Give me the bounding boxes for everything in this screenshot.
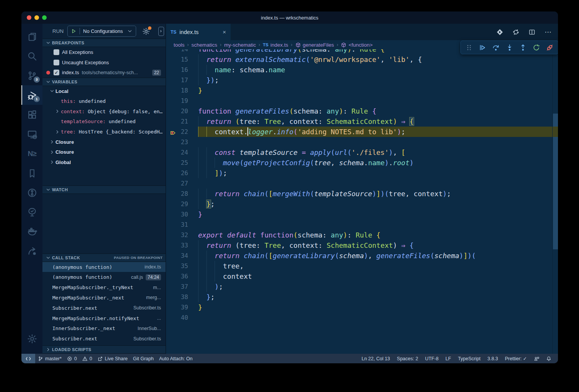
- open-changes-button[interactable]: [496, 29, 503, 36]
- code-line[interactable]: 17 });: [166, 75, 558, 85]
- source-control-activity-icon[interactable]: 3: [21, 66, 42, 85]
- code-line[interactable]: 34 return chain([generateLibrary(schema)…: [166, 250, 558, 261]
- breadcrumb-item[interactable]: <function>: [341, 42, 372, 48]
- more-button[interactable]: ⋯: [545, 28, 552, 36]
- loaded-scripts-header[interactable]: LOADED SCRIPTS: [42, 345, 166, 354]
- call-stack-header[interactable]: CALL STACK PAUSED ON BREAKPOINT: [42, 254, 166, 262]
- code-line[interactable]: 40: [166, 312, 558, 323]
- code-line[interactable]: 39}: [166, 302, 558, 312]
- editor-scrollbar[interactable]: [552, 49, 558, 354]
- breakpoints-header[interactable]: BREAKPOINTS: [42, 39, 166, 47]
- code-line[interactable]: 20function generateFiles(schema: any): R…: [166, 106, 558, 116]
- encoding-status-item[interactable]: UTF-8: [422, 354, 441, 363]
- error-count-status-item[interactable]: 0: [64, 354, 80, 363]
- breadcrumb-item[interactable]: schematics: [192, 42, 218, 48]
- code-line[interactable]: 19: [166, 96, 558, 106]
- breakpoint-checkbox[interactable]: [54, 60, 59, 65]
- bookmarks-activity-icon[interactable]: [21, 163, 42, 183]
- warning-count-status-item[interactable]: 0: [80, 354, 95, 363]
- close-window-button[interactable]: [27, 15, 31, 20]
- chevron-right-icon[interactable]: [49, 150, 55, 155]
- code-line[interactable]: 21 return (tree: Tree, context: Schemati…: [166, 116, 558, 127]
- close-tab-icon[interactable]: ×: [223, 29, 226, 35]
- git-graph-status-item[interactable]: Git Graph: [130, 354, 156, 363]
- toolbar-drag-handle[interactable]: [464, 42, 474, 53]
- variable-scope-row[interactable]: Closure: [42, 137, 166, 147]
- variable-row[interactable]: templateSource: undefined: [42, 117, 166, 127]
- prettier-status-item[interactable]: Prettier: ✓: [502, 354, 530, 363]
- restart-button[interactable]: [531, 42, 542, 53]
- code-line[interactable]: 28 return chain([mergeWith(templateSourc…: [166, 189, 558, 199]
- step-out-button[interactable]: [517, 42, 528, 53]
- project-share-activity-icon[interactable]: [21, 241, 42, 261]
- indentation-status-item[interactable]: Spaces: 2: [394, 354, 421, 363]
- call-stack-frame[interactable]: InnerSubscriber._nextInnerSub...: [42, 323, 166, 333]
- code-line[interactable]: 30}: [166, 209, 558, 220]
- manage-gear-button[interactable]: [21, 329, 42, 348]
- watch-header[interactable]: WATCH: [42, 185, 166, 194]
- docker-activity-icon[interactable]: [21, 222, 42, 241]
- breakpoint-row[interactable]: All Exceptions: [42, 47, 166, 57]
- feedback-status-item[interactable]: [531, 354, 542, 363]
- code-line[interactable]: 15 return externalSchematic('@nrwl/works…: [166, 54, 558, 65]
- call-stack-frame[interactable]: MergeMapSubscriber.notifyNext...: [42, 313, 166, 324]
- paused-breakpoint-icon[interactable]: [170, 129, 176, 135]
- code-line[interactable]: 24 const templateSource = apply(url('./f…: [166, 147, 558, 158]
- chevron-right-icon[interactable]: [54, 129, 61, 135]
- configure-gear-button[interactable]: [142, 28, 150, 35]
- breakpoint-row[interactable]: ✓index.tstools/schematics/my-sch...22: [42, 67, 166, 78]
- code-line[interactable]: 22 context.logger.info('adding NOTES.md …: [166, 127, 558, 137]
- code-line[interactable]: 16 name: schema.name: [166, 65, 558, 75]
- code-line[interactable]: 31: [166, 220, 558, 230]
- code-line[interactable]: 26 ]);: [166, 168, 558, 178]
- call-stack-frame[interactable]: (anonymous function)index.ts: [42, 262, 166, 272]
- eol-status-item[interactable]: LF: [443, 354, 454, 363]
- split-editor-button[interactable]: [529, 29, 535, 36]
- variable-scope-row[interactable]: Local: [42, 86, 166, 96]
- live-share-status-item[interactable]: Live Share: [95, 354, 130, 363]
- sync-changes-button[interactable]: [512, 29, 519, 36]
- chevron-right-icon[interactable]: [49, 159, 55, 165]
- code-editor[interactable]: 14function generateLibrary(schema: any):…: [166, 49, 558, 354]
- call-stack-frame[interactable]: Subscriber.nextSubscriber.ts: [42, 333, 166, 344]
- code-line[interactable]: 29 };: [166, 199, 558, 209]
- code-line[interactable]: 25 move(getProjectConfig(tree, schema.na…: [166, 158, 558, 168]
- breakpoint-row[interactable]: Uncaught Exceptions: [42, 57, 166, 68]
- code-line[interactable]: 36 context: [166, 271, 558, 281]
- chevron-down-icon[interactable]: [49, 88, 55, 94]
- continue-button[interactable]: [477, 42, 488, 53]
- gitlens-activity-icon[interactable]: [21, 183, 42, 202]
- call-stack-frame[interactable]: (anonymous function)call.js74:24: [42, 272, 166, 282]
- extensions-activity-icon[interactable]: [21, 105, 42, 124]
- code-line[interactable]: 37 );: [166, 281, 558, 292]
- language-mode-status-item[interactable]: TypeScript: [455, 354, 483, 363]
- disconnect-button[interactable]: [545, 42, 555, 53]
- variables-header[interactable]: VARIABLES: [42, 78, 166, 86]
- git-branch-status-item[interactable]: master*: [35, 354, 64, 363]
- zoom-window-button[interactable]: [42, 15, 47, 20]
- search-activity-icon[interactable]: [21, 46, 42, 66]
- chevron-right-icon[interactable]: [54, 109, 61, 114]
- breakpoint-checkbox[interactable]: [54, 49, 59, 55]
- debug-activity-icon[interactable]: 1: [21, 85, 42, 105]
- breadcrumb-item[interactable]: tools: [174, 42, 185, 48]
- variable-scope-row[interactable]: Closure: [42, 147, 166, 157]
- code-line[interactable]: 38 };: [166, 292, 558, 302]
- files-activity-icon[interactable]: [21, 27, 42, 46]
- cursor-position-status-item[interactable]: Ln 22, Col 13: [359, 354, 392, 363]
- variable-row[interactable]: context: Object {debug: false, en…: [42, 106, 166, 117]
- nx-console-activity-icon[interactable]: N≥: [21, 144, 42, 163]
- minimize-window-button[interactable]: [34, 15, 39, 20]
- code-line[interactable]: 18}: [166, 85, 558, 96]
- remote-explorer-activity-icon[interactable]: [21, 124, 42, 144]
- config-name[interactable]: No Configurations: [83, 28, 124, 34]
- call-stack-frame[interactable]: MergeMapSubscriber._nextmerg...: [42, 293, 166, 303]
- breadcrumb-item[interactable]: generateFiles: [295, 42, 334, 48]
- launch-config-dropdown[interactable]: No Configurations: [67, 26, 136, 37]
- code-line[interactable]: 35 tree,: [166, 261, 558, 271]
- code-line[interactable]: 32export default function(schema: any): …: [166, 230, 558, 240]
- ts-version-status-item[interactable]: 3.8.3: [485, 354, 501, 363]
- tab-index-ts[interactable]: TS index.ts ×: [166, 24, 231, 40]
- breakpoint-checkbox[interactable]: ✓: [54, 70, 59, 75]
- chevron-right-icon[interactable]: [49, 139, 55, 145]
